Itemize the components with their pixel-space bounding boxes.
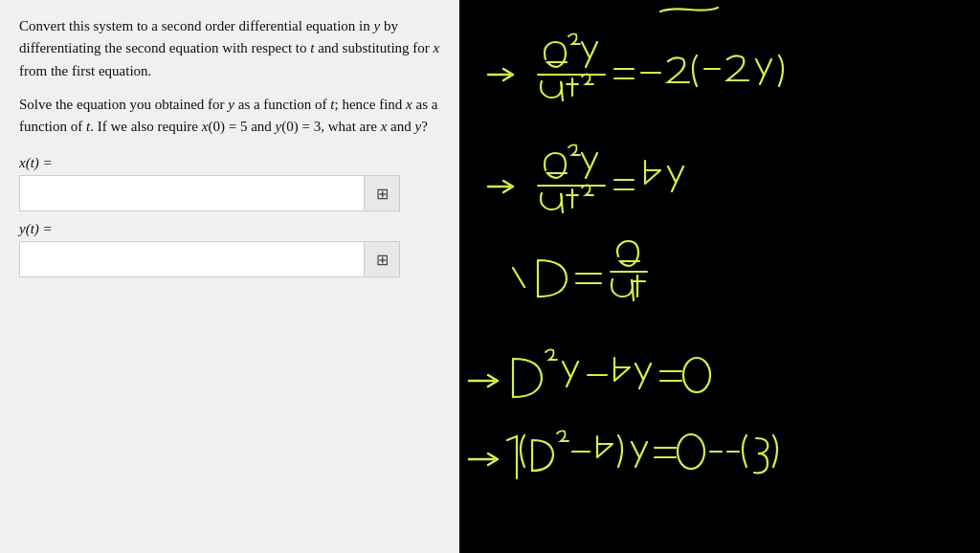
svg-point-18	[678, 434, 704, 469]
svg-point-14	[683, 358, 710, 392]
input-row-x: ⊞	[19, 175, 440, 211]
input-row-y: ⊞	[19, 241, 440, 277]
var-t-3: t	[86, 119, 90, 134]
var-x-1: x	[434, 40, 440, 55]
input-y[interactable]	[19, 241, 364, 277]
math-handwriting	[459, 0, 980, 553]
input-x[interactable]	[19, 175, 364, 211]
grid-button-y[interactable]: ⊞	[364, 241, 400, 277]
right-panel	[459, 0, 980, 553]
var-t-1: t	[310, 40, 314, 55]
var-y-2: y	[228, 97, 234, 112]
var-y-1: y	[373, 18, 380, 33]
paragraph-2: Solve the equation you obtained for y as…	[19, 94, 440, 139]
var-x-3: x	[381, 119, 388, 134]
answer-row-x: x(t) = ⊞	[19, 155, 440, 211]
problem-text: Convert this system to a second order di…	[19, 15, 440, 149]
condition-1: x	[202, 119, 209, 134]
label-x: x(t) =	[19, 155, 440, 171]
answer-row-y: y(t) = ⊞	[19, 221, 440, 277]
answer-section: x(t) = ⊞ y(t) = ⊞	[19, 155, 440, 287]
grid-button-x[interactable]: ⊞	[364, 175, 400, 211]
label-y: y(t) =	[19, 221, 440, 237]
var-y-3: y	[415, 119, 422, 134]
condition-2-y: y	[276, 119, 282, 134]
paragraph-1: Convert this system to a second order di…	[19, 15, 440, 82]
var-t-2: t	[330, 97, 334, 112]
left-panel: Convert this system to a second order di…	[0, 0, 459, 553]
var-x-2: x	[406, 97, 412, 112]
